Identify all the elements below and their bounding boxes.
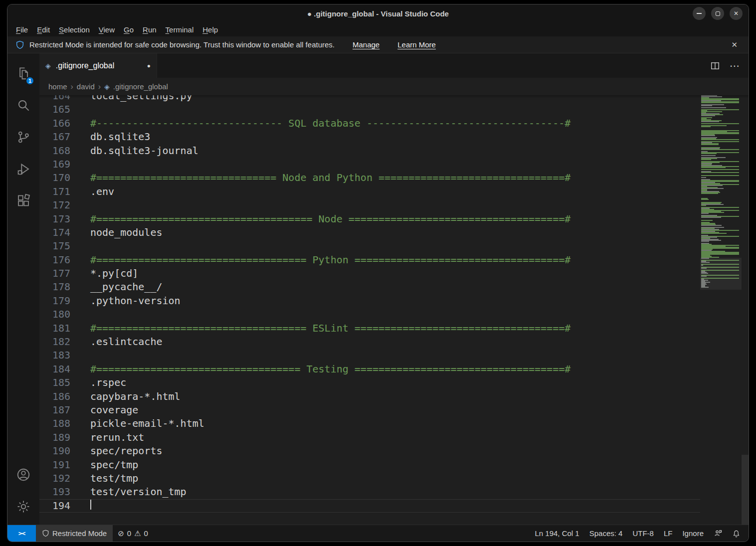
code-line-170[interactable]: 170#============================== Node … <box>39 171 700 184</box>
minimize-icon <box>697 13 702 14</box>
code-line-167[interactable]: 167db.sqlite3 <box>39 130 700 144</box>
breadcrumb: home›david›◈.gitignore_global <box>39 78 749 95</box>
indentation-status[interactable]: Spaces: 4 <box>584 525 628 542</box>
breadcrumb-item[interactable]: david <box>77 82 95 91</box>
manage-link[interactable]: Manage <box>353 40 379 49</box>
code-line-165[interactable]: 165 <box>39 103 700 116</box>
cursor-position[interactable]: Ln 194, Col 1 <box>530 525 584 542</box>
remote-indicator[interactable]: >< <box>7 525 36 542</box>
explorer-badge: 1 <box>25 76 34 85</box>
minimap-line <box>701 153 717 154</box>
code-line-183[interactable]: 183 <box>39 349 700 362</box>
tab-gitignore-global[interactable]: ◈ .gitignore_global ● <box>39 53 157 78</box>
more-actions-icon[interactable]: ⋯ <box>730 60 740 72</box>
code-line-182[interactable]: 182.eslintcache <box>39 335 700 349</box>
menu-view[interactable]: View <box>94 24 119 35</box>
line-number: 191 <box>39 458 70 472</box>
code-line-173[interactable]: 173#====================================… <box>39 212 700 226</box>
source-control-icon[interactable] <box>7 121 39 153</box>
tab-bar: ◈ .gitignore_global ● ⋯ <box>39 53 749 78</box>
search-icon[interactable] <box>7 89 39 121</box>
breadcrumb-item[interactable]: home <box>48 82 67 91</box>
code-line-184[interactable]: 184#================================== T… <box>39 363 700 376</box>
line-number: 165 <box>39 103 70 116</box>
code-line-177[interactable]: 177*.py[cd] <box>39 267 700 280</box>
line-number: 188 <box>39 417 70 430</box>
code-line-189[interactable]: 189rerun.txt <box>39 431 700 444</box>
minimap-line <box>701 220 713 221</box>
title-bar: ● .gitignore_global - Visual Studio Code… <box>7 4 749 22</box>
split-editor-icon[interactable] <box>711 61 720 70</box>
code-line-191[interactable]: 191spec/tmp <box>39 458 700 472</box>
feedback-icon[interactable] <box>709 525 727 542</box>
menu-selection[interactable]: Selection <box>54 24 94 35</box>
code-line-181[interactable]: 181#=================================== … <box>39 322 700 335</box>
code-line-166[interactable]: 166#------------------------------- SQL … <box>39 117 700 130</box>
menu-run[interactable]: Run <box>138 24 161 35</box>
warnings-count: 0 <box>144 529 148 538</box>
code-line-175[interactable]: 175 <box>39 239 700 253</box>
minimap-line <box>701 213 709 214</box>
minimap-slider[interactable] <box>700 258 742 290</box>
menu-file[interactable]: File <box>11 24 32 35</box>
menu-go[interactable]: Go <box>119 24 138 35</box>
menu-help[interactable]: Help <box>198 24 222 35</box>
code-line-186[interactable]: 186capybara-*.html <box>39 390 700 403</box>
code-line-180[interactable]: 180 <box>39 308 700 321</box>
restricted-mode-status[interactable]: Restricted Mode <box>36 525 113 542</box>
minimap-line <box>701 167 726 168</box>
minimize-button[interactable] <box>693 7 706 20</box>
code-line-185[interactable]: 185.rspec <box>39 376 700 389</box>
minimap[interactable] <box>700 95 742 525</box>
code-line-169[interactable]: 169 <box>39 158 700 171</box>
scrollbar-thumb[interactable] <box>742 455 749 525</box>
editor-lines: 164local_settings.py165166#-------------… <box>39 95 700 513</box>
settings-gear-icon[interactable] <box>7 491 39 523</box>
code-line-174[interactable]: 174node_modules <box>39 226 700 239</box>
code-line-193[interactable]: 193test/version_tmp <box>39 485 700 499</box>
code-editor[interactable]: 164local_settings.py165166#-------------… <box>39 95 749 525</box>
line-number: 169 <box>39 158 70 171</box>
line-number: 176 <box>39 253 70 267</box>
line-number: 192 <box>39 472 70 485</box>
problems-status[interactable]: ⊘ 0 ⚠ 0 <box>113 525 153 542</box>
line-number: 174 <box>39 226 70 239</box>
code-line-187[interactable]: 187coverage <box>39 403 700 417</box>
code-line-168[interactable]: 168db.sqlite3-journal <box>39 144 700 158</box>
minimap-line <box>701 241 709 242</box>
eol-status[interactable]: LF <box>659 525 678 542</box>
vertical-scrollbar[interactable] <box>742 95 749 525</box>
code-line-164[interactable]: 164local_settings.py <box>39 95 700 103</box>
extensions-icon[interactable] <box>7 185 39 217</box>
code-text <box>70 158 90 171</box>
encoding-status[interactable]: UTF-8 <box>627 525 659 542</box>
explorer-icon[interactable]: 1 <box>7 57 39 89</box>
learn-more-link[interactable]: Learn More <box>397 40 436 49</box>
accounts-icon[interactable] <box>7 459 39 491</box>
run-debug-icon[interactable] <box>7 153 39 185</box>
code-line-176[interactable]: 176#=================================== … <box>39 253 700 267</box>
banner-close-icon[interactable]: ✕ <box>728 39 741 50</box>
code-line-179[interactable]: 179.python-version <box>39 294 700 308</box>
line-number: 164 <box>39 95 70 103</box>
code-line-171[interactable]: 171.env <box>39 185 700 198</box>
close-button[interactable]: ✕ <box>730 7 743 20</box>
code-text <box>70 239 90 253</box>
code-line-178[interactable]: 178__pycache__/ <box>39 280 700 294</box>
shield-icon <box>15 40 24 49</box>
notifications-bell-icon[interactable] <box>727 525 746 542</box>
minimap-line <box>701 205 706 206</box>
language-mode[interactable]: Ignore <box>677 525 709 542</box>
minimap-line <box>701 175 739 176</box>
menu-terminal[interactable]: Terminal <box>161 24 198 35</box>
code-line-188[interactable]: 188pickle-email-*.html <box>39 417 700 430</box>
minimap-line <box>701 155 716 156</box>
line-number: 179 <box>39 294 70 308</box>
code-line-190[interactable]: 190spec/reports <box>39 444 700 458</box>
menu-edit[interactable]: Edit <box>32 24 54 35</box>
code-line-192[interactable]: 192test/tmp <box>39 472 700 485</box>
code-line-194[interactable]: 194 <box>39 499 700 513</box>
code-line-172[interactable]: 172 <box>39 198 700 212</box>
breadcrumb-item[interactable]: ◈.gitignore_global <box>104 82 168 91</box>
maximize-button[interactable] <box>711 7 724 20</box>
